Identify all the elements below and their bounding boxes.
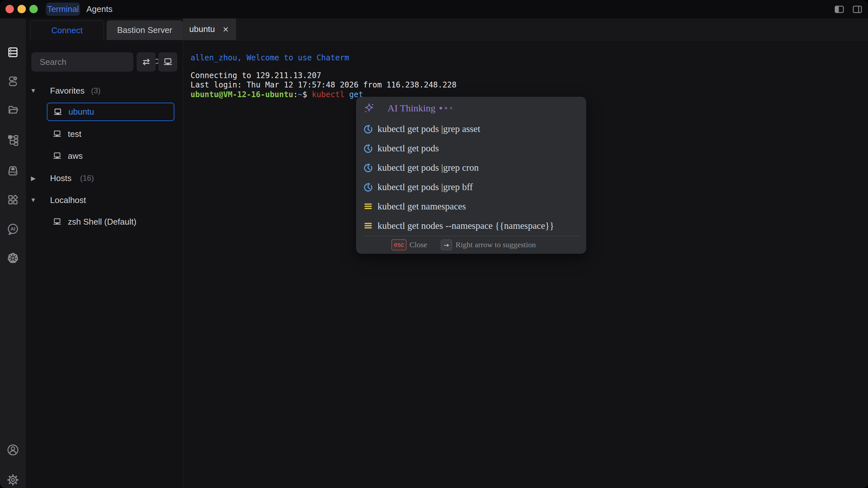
cloud-drive-icon xyxy=(7,165,19,177)
app-window: Terminal Agents A xyxy=(0,0,868,488)
close-hint-label: Close xyxy=(409,240,427,249)
host-label: aws xyxy=(68,151,83,161)
close-window-button[interactable] xyxy=(5,5,14,13)
suggestion-hint-label: Right arrow to suggestion xyxy=(456,240,536,249)
toggle-left-panel-icon[interactable] xyxy=(834,4,845,15)
right-arrow-key-badge: → xyxy=(441,239,452,250)
suggestion-item[interactable]: kubectl get pods |grep asset xyxy=(356,119,586,138)
files-rail-button[interactable] xyxy=(4,101,21,118)
history-icon xyxy=(363,182,373,192)
chevron-right-icon: ▶ xyxy=(29,174,37,182)
terminal-prompt-line: ubuntu@VM-12-16-ubuntu:~$ kubectl get xyxy=(190,90,363,99)
svg-text:AI: AI xyxy=(11,226,16,231)
prompt-symbol: $ xyxy=(303,90,312,99)
suggestion-item[interactable]: kubectl get nodes --namespace {{namespac… xyxy=(356,216,586,235)
ai-thinking-header: AI Thinking xyxy=(356,97,586,119)
titlebar: Terminal Agents xyxy=(0,0,868,19)
topology-rail-button[interactable] xyxy=(4,132,21,149)
tab-terminal[interactable]: Terminal xyxy=(46,3,80,16)
thinking-dots xyxy=(439,107,453,109)
close-tab-icon[interactable] xyxy=(222,26,229,33)
search-input[interactable] xyxy=(31,57,152,67)
icon-rail: AI xyxy=(0,19,26,488)
suggestion-text: kubectl get pods |grep bff xyxy=(377,182,473,192)
group-localhost[interactable]: ▼ Localhost xyxy=(26,194,183,206)
group-label: Favorites xyxy=(50,86,85,96)
command-binary: kubectl xyxy=(312,90,345,99)
suggestion-text: kubectl get pods |grep cron xyxy=(377,162,478,173)
toggle-right-panel-icon[interactable] xyxy=(852,4,863,15)
laptop-icon xyxy=(52,217,62,227)
host-item-test[interactable]: test xyxy=(52,128,82,140)
history-icon xyxy=(363,143,373,153)
server-rack-icon xyxy=(7,46,19,58)
suggestion-item[interactable]: kubectl get pods |grep bff xyxy=(356,177,586,197)
user-profile-button[interactable] xyxy=(4,442,21,458)
hosts-rail-button[interactable] xyxy=(4,44,21,61)
cloud-drive-rail-button[interactable] xyxy=(4,162,21,179)
esc-key-badge: esc xyxy=(392,239,407,251)
host-item-ubuntu[interactable]: ubuntu xyxy=(47,103,175,121)
session-config-button[interactable] xyxy=(4,72,21,89)
terminal-output-line: Last login: Thu Mar 12 17:57:48 2026 fro… xyxy=(190,80,457,89)
kubernetes-icon xyxy=(6,252,20,264)
tab-agents[interactable]: Agents xyxy=(83,3,116,16)
laptop-icon xyxy=(163,57,173,67)
list-icon xyxy=(363,221,373,230)
chevron-down-icon: ▼ xyxy=(29,87,37,94)
suggestion-text: kubectl get nodes --namespace {{namespac… xyxy=(377,221,554,231)
prompt-path: ~ xyxy=(298,90,302,99)
ai-chat-icon: AI xyxy=(6,223,20,236)
prompt-user: ubuntu@VM-12-16-ubuntu xyxy=(190,90,293,99)
terminal-welcome-line: allen_zhou, Welcome to use Chaterm xyxy=(190,53,349,62)
laptop-icon xyxy=(52,151,62,161)
add-host-button[interactable] xyxy=(158,52,177,72)
terminal-tabstrip: ubuntu xyxy=(183,19,868,40)
host-item-zsh-shell[interactable]: zsh Shell (Default) xyxy=(52,215,136,228)
suggestion-text: kubectl get namespaces xyxy=(377,201,466,212)
session-config-icon xyxy=(7,74,19,87)
folder-open-icon xyxy=(7,104,19,116)
chevron-down-icon: ▼ xyxy=(29,197,37,204)
sidebar: Connect Bastion Server ▼ Favorites (3) u… xyxy=(26,19,183,488)
list-icon xyxy=(363,201,373,211)
suggestion-text: kubectl get pods xyxy=(377,143,439,154)
sidebar-tab-bastion-server[interactable]: Bastion Server xyxy=(106,20,183,40)
group-count: (3) xyxy=(91,86,100,95)
group-label: Hosts xyxy=(50,173,71,183)
group-favorites[interactable]: ▼ Favorites (3) xyxy=(26,84,183,97)
history-icon xyxy=(363,124,373,134)
suggestion-item[interactable]: kubectl get namespaces xyxy=(356,197,586,216)
prompt-colon: : xyxy=(293,90,298,99)
suggestion-text: kubectl get pods |grep asset xyxy=(377,124,480,134)
host-label: zsh Shell (Default) xyxy=(68,217,136,227)
search-box xyxy=(31,52,133,72)
suggestion-item[interactable]: kubectl get pods |grep cron xyxy=(356,158,586,177)
tree-icon xyxy=(7,134,19,146)
ai-sparkle-icon xyxy=(363,102,375,114)
user-icon xyxy=(6,444,20,456)
host-label: ubuntu xyxy=(68,107,94,117)
laptop-icon xyxy=(52,129,62,139)
suggestion-item[interactable]: kubectl get pods xyxy=(356,138,586,158)
group-hosts[interactable]: ▶ Hosts (16) xyxy=(26,172,183,185)
zoom-window-button[interactable] xyxy=(29,5,38,13)
laptop-icon xyxy=(53,107,63,117)
kubernetes-rail-button[interactable] xyxy=(4,250,21,266)
settings-button[interactable] xyxy=(4,471,21,488)
terminal-tab-ubuntu[interactable]: ubuntu xyxy=(183,19,236,40)
swap-arrows-icon xyxy=(141,57,151,67)
host-item-aws[interactable]: aws xyxy=(52,150,83,162)
terminal-output-line: Connecting to 129.211.13.207 xyxy=(190,71,321,80)
ai-thinking-label: AI Thinking xyxy=(388,103,436,113)
group-count: (16) xyxy=(80,174,94,183)
sync-hosts-button[interactable] xyxy=(136,52,156,72)
ai-assistant-rail-button[interactable]: AI xyxy=(4,221,21,237)
sidebar-tab-connect[interactable]: Connect xyxy=(30,20,104,40)
history-icon xyxy=(363,163,373,173)
extensions-rail-button[interactable] xyxy=(4,191,21,208)
apps-icon xyxy=(7,194,19,206)
settings-gear-icon xyxy=(6,474,20,486)
popup-footer: esc Close → Right arrow to suggestion xyxy=(356,236,586,253)
minimize-window-button[interactable] xyxy=(18,5,26,13)
